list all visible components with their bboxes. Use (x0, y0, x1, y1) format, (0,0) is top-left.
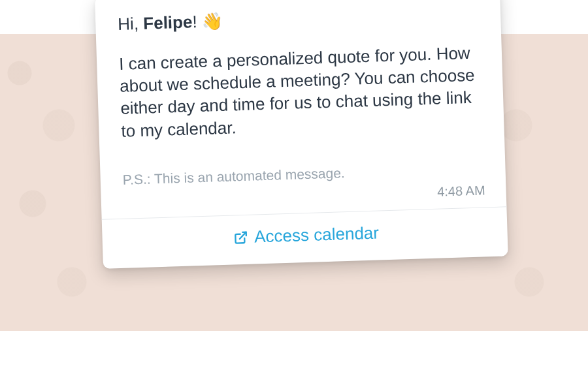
svg-line-0 (239, 232, 246, 238)
message-timestamp: 4:48 AM (123, 183, 487, 209)
chat-message-card: Hi, Felipe! 👋 I can create a personalize… (95, 0, 508, 269)
message-body: I can create a personalized quote for yo… (119, 41, 485, 142)
external-link-icon (233, 230, 248, 245)
greeting-prefix: Hi, (118, 14, 144, 34)
wave-emoji-icon: 👋 (201, 11, 223, 31)
access-calendar-button[interactable]: Access calendar (124, 208, 488, 255)
cta-label: Access calendar (254, 223, 380, 247)
greeting-suffix: ! (192, 12, 202, 31)
message-postscript: P.S.: This is an automated message. (122, 161, 485, 187)
recipient-name: Felipe (143, 12, 193, 33)
greeting-line: Hi, Felipe! 👋 (118, 2, 482, 35)
